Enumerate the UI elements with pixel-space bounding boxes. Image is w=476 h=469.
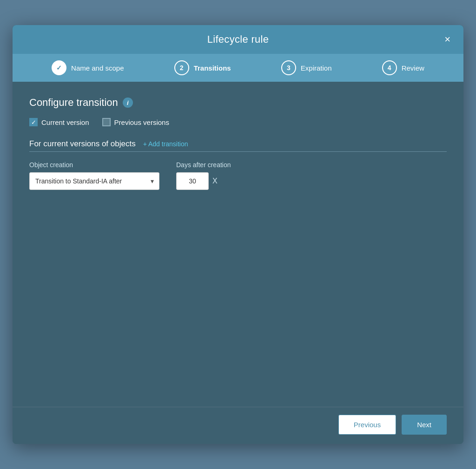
remove-transition-button[interactable]: X <box>212 177 218 185</box>
steps-bar: ✓ Name and scope 2 Transitions 3 Expirat… <box>13 54 463 82</box>
configure-transition-label: Configure transition <box>29 97 118 109</box>
days-input-wrapper: X <box>176 172 231 190</box>
previous-button[interactable]: Previous <box>338 415 396 435</box>
modal-header: Lifecycle rule × <box>13 25 463 54</box>
step-label-2: Transitions <box>194 64 231 72</box>
subsection-divider <box>29 151 447 152</box>
step-circle-2: 2 <box>174 60 189 75</box>
modal-title: Lifecycle rule <box>207 33 269 46</box>
step-circle-3: 3 <box>281 60 296 75</box>
days-label: Days after creation <box>176 161 231 169</box>
days-field-group: Days after creation X <box>176 161 231 190</box>
object-creation-select-wrapper: Transition to Standard-IA after ▾ <box>29 172 159 190</box>
next-button[interactable]: Next <box>402 415 447 435</box>
current-version-text: Current version <box>41 118 89 126</box>
lifecycle-rule-modal: Lifecycle rule × ✓ Name and scope 2 Tran… <box>13 25 463 444</box>
object-creation-label: Object creation <box>29 161 159 169</box>
section-title: Configure transition i <box>29 97 447 109</box>
subsection-header: For current versions of objects + Add tr… <box>29 139 447 149</box>
previous-versions-checkbox[interactable] <box>102 118 111 126</box>
step-circle-4: 4 <box>382 60 397 75</box>
days-input[interactable] <box>176 172 209 190</box>
subsection-title: For current versions of objects <box>29 139 136 149</box>
info-icon[interactable]: i <box>123 98 133 108</box>
step-expiration[interactable]: 3 Expiration <box>281 60 332 75</box>
version-checkboxes: ✓ Current version Previous versions <box>29 118 447 126</box>
close-button[interactable]: × <box>441 33 454 46</box>
add-transition-button[interactable]: + Add transition <box>143 140 188 148</box>
previous-versions-text: Previous versions <box>114 118 169 126</box>
object-creation-field-group: Object creation Transition to Standard-I… <box>29 161 159 190</box>
modal-footer: Previous Next <box>13 407 463 444</box>
object-creation-select[interactable]: Transition to Standard-IA after <box>29 172 159 190</box>
modal-body: Configure transition i ✓ Current version… <box>13 82 463 407</box>
step-transitions[interactable]: 2 Transitions <box>174 60 231 75</box>
step-circle-1: ✓ <box>52 60 66 75</box>
fields-row: Object creation Transition to Standard-I… <box>29 161 447 190</box>
step-label-3: Expiration <box>301 64 332 72</box>
previous-versions-checkbox-label[interactable]: Previous versions <box>102 118 169 126</box>
current-version-checkbox-label[interactable]: ✓ Current version <box>29 118 89 126</box>
current-version-checkbox[interactable]: ✓ <box>29 118 38 126</box>
step-label-1: Name and scope <box>71 64 124 72</box>
step-label-4: Review <box>402 64 424 72</box>
step-name-and-scope[interactable]: ✓ Name and scope <box>52 60 124 75</box>
step-review[interactable]: 4 Review <box>382 60 424 75</box>
